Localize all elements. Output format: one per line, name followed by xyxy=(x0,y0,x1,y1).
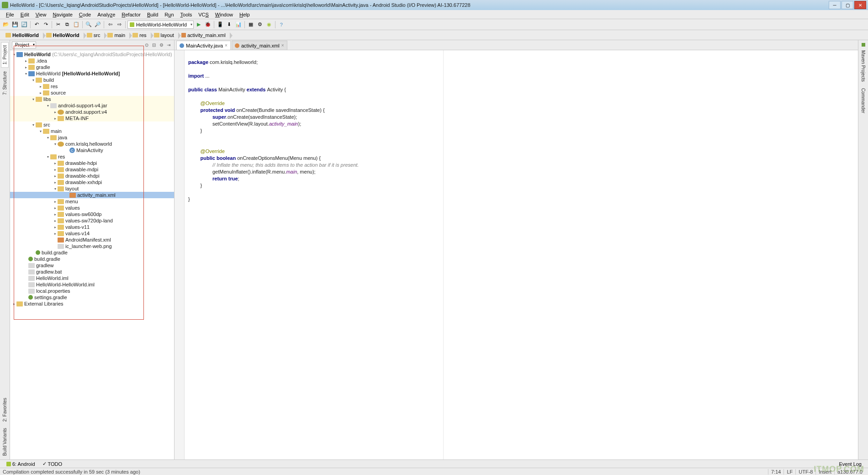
app-icon xyxy=(2,2,8,8)
maximize-button[interactable]: ▢ xyxy=(842,1,853,9)
encoding[interactable]: UTF-8 xyxy=(795,469,815,475)
crumb-helloworld[interactable]: HelloWorld xyxy=(3,32,43,39)
crumb-layout[interactable]: layout xyxy=(151,32,179,39)
tab-favorites[interactable]: 2: Favorites xyxy=(1,395,8,424)
tab-structure[interactable]: 7: Structure xyxy=(1,69,8,98)
insert-mode[interactable]: Insert xyxy=(815,469,834,475)
status-bar: Compilation completed successfully in 59… xyxy=(0,468,868,475)
project-panel-header: Project ⊙ ⊟ ⚙ ⇥ xyxy=(10,40,174,50)
avd-icon[interactable]: 📱 xyxy=(216,21,224,29)
replace-icon[interactable]: 🔎 xyxy=(94,21,102,29)
menu-code[interactable]: Code xyxy=(76,11,94,18)
menu-navigate[interactable]: Navigate xyxy=(49,11,75,18)
crumb-file[interactable]: activity_main.xml xyxy=(179,32,230,39)
run-config-selector[interactable]: HelloWorld-HelloWorld xyxy=(127,21,194,29)
menu-refactor[interactable]: Refactor xyxy=(118,11,144,18)
crumb-module[interactable]: HelloWorld xyxy=(43,32,84,39)
git-status[interactable]: a130.677.0 xyxy=(834,469,865,475)
back-icon[interactable]: ⇦ xyxy=(106,21,114,29)
code-area[interactable]: package com.krislq.helloworld; import ..… xyxy=(185,50,858,459)
line-ending[interactable]: LF xyxy=(783,469,795,475)
close-button[interactable]: ✕ xyxy=(854,1,866,9)
tree-item-activity-main: activity_main.xml xyxy=(10,192,174,198)
open-icon[interactable]: 📂 xyxy=(2,21,10,29)
paste-icon[interactable]: 📋 xyxy=(72,21,80,29)
hide-icon[interactable]: ⇥ xyxy=(165,42,172,49)
tab-maven[interactable]: Maven Projects xyxy=(860,48,867,84)
sync-icon[interactable]: 🔄 xyxy=(20,21,28,29)
left-tool-gutter: 1: Project 7: Structure 2: Favorites Bui… xyxy=(0,40,10,459)
menu-view[interactable]: View xyxy=(32,11,50,18)
caret-position[interactable]: 7:14 xyxy=(768,469,783,475)
menu-build[interactable]: Build xyxy=(144,11,161,18)
menu-window[interactable]: Window xyxy=(212,11,236,18)
menu-help[interactable]: Help xyxy=(236,11,253,18)
minimize-button[interactable]: ─ xyxy=(829,1,841,9)
right-margin-line xyxy=(443,50,444,459)
run-config-label: HelloWorld-HelloWorld xyxy=(136,22,187,27)
help-icon[interactable]: ? xyxy=(277,21,286,29)
editor-area: MainActivity.java× activity_main.xml× pa… xyxy=(175,40,858,459)
android-small-icon[interactable]: ◉ xyxy=(265,21,273,29)
scroll-from-source-icon[interactable]: ⊙ xyxy=(143,42,150,49)
right-tool-gutter: Maven Projects Commander xyxy=(858,40,868,459)
project-tree[interactable]: ▾HelloWorld (C:\Users\c_lqiang\AndroidSt… xyxy=(10,50,174,459)
menu-run[interactable]: Run xyxy=(161,11,177,18)
monitor-icon[interactable]: 📊 xyxy=(234,21,243,29)
tab-project[interactable]: 1: Project xyxy=(1,42,9,68)
editor-tabs: MainActivity.java× activity_main.xml× xyxy=(175,40,858,50)
title-bar: HelloWorld - [C:\Users\c_lqiang\AndroidS… xyxy=(0,0,868,10)
crumb-res[interactable]: res xyxy=(130,32,151,39)
struct-icon[interactable]: ▦ xyxy=(247,21,255,29)
redo-icon[interactable]: ↷ xyxy=(42,21,50,29)
menu-file[interactable]: File xyxy=(3,11,17,18)
cut-icon[interactable]: ✂ xyxy=(54,21,62,29)
tab-todo[interactable]: ✓ TODO xyxy=(39,460,66,467)
save-icon[interactable]: 💾 xyxy=(11,21,19,29)
menu-bar: File Edit View Navigate Code Analyze Ref… xyxy=(0,10,868,19)
bottom-tool-bar: 6: Android ✓ TODO Event Log xyxy=(0,459,868,468)
breadcrumb-bar: HelloWorld HelloWorld src main res layou… xyxy=(0,30,868,40)
run-icon[interactable]: ▶ xyxy=(195,21,203,29)
editor-gutter xyxy=(175,50,185,459)
sdk-icon[interactable]: ⬇ xyxy=(225,21,233,29)
find-icon[interactable]: 🔍 xyxy=(85,21,93,29)
menu-analyze[interactable]: Analyze xyxy=(94,11,118,18)
tab-android[interactable]: 6: Android xyxy=(3,461,39,467)
crumb-src[interactable]: src xyxy=(84,32,105,39)
menu-tools[interactable]: Tools xyxy=(177,11,196,18)
close-tab-icon[interactable]: × xyxy=(281,43,284,48)
debug-icon[interactable]: 🐞 xyxy=(204,21,212,29)
editor-content[interactable]: package com.krislq.helloworld; import ..… xyxy=(175,50,858,459)
window-title: HelloWorld - [C:\Users\c_lqiang\AndroidS… xyxy=(10,2,828,8)
undo-icon[interactable]: ↶ xyxy=(32,21,41,29)
project-view-selector[interactable]: Project xyxy=(12,42,36,48)
close-tab-icon[interactable]: × xyxy=(225,43,228,48)
collapse-all-icon[interactable]: ⊟ xyxy=(150,42,158,49)
android-icon xyxy=(130,22,134,27)
tab-activity-main-xml[interactable]: activity_main.xml× xyxy=(232,41,287,50)
toolbar: 📂 💾 🔄 ↶ ↷ ✂ ⧉ 📋 🔍 🔎 ⇦ ⇨ HelloWorld-Hello… xyxy=(0,19,868,30)
forward-icon[interactable]: ⇨ xyxy=(115,21,123,29)
project-panel: Project ⊙ ⊟ ⚙ ⇥ ▾HelloWorld (C:\Users\c_… xyxy=(10,40,175,459)
gear-icon[interactable]: ⚙ xyxy=(158,42,165,49)
tab-commander[interactable]: Commander xyxy=(860,85,867,116)
tab-event-log[interactable]: Event Log xyxy=(835,461,865,467)
settings-icon[interactable]: ⚙ xyxy=(256,21,264,29)
menu-edit[interactable]: Edit xyxy=(17,11,32,18)
tab-build-variants[interactable]: Build Variants xyxy=(1,425,8,459)
copy-icon[interactable]: ⧉ xyxy=(63,21,71,29)
crumb-main[interactable]: main xyxy=(105,32,130,39)
tab-mainactivity[interactable]: MainActivity.java× xyxy=(176,41,231,50)
status-message: Compilation completed successfully in 59… xyxy=(3,469,140,475)
menu-vcs[interactable]: VCS xyxy=(195,11,212,18)
status-marker xyxy=(862,43,865,47)
